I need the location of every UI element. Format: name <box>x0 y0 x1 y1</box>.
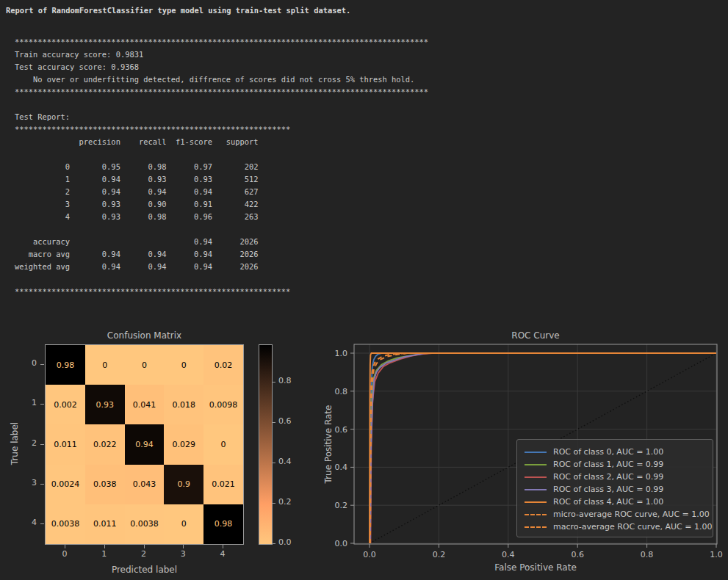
confusion-matrix-heatmap: 0.980000.020.0020.930.0410.0180.00980.01… <box>45 344 244 545</box>
roc-title: ROC Curve <box>354 330 717 341</box>
legend-entry: macro-average ROC curve, AUC = 1.00 <box>525 521 713 533</box>
y-tick-label: 0.8 <box>335 387 348 396</box>
confusion-matrix-cell: 0.041 <box>125 385 165 424</box>
cm-col-tick-mark <box>183 545 184 548</box>
legend-entry-label: macro-average ROC curve, AUC = 1.00 <box>553 522 712 532</box>
confusion-matrix-cell: 0 <box>85 345 125 385</box>
cm-row-tick-mark <box>40 523 44 524</box>
legend-entry: ROC of class 2, AUC = 0.99 <box>525 471 713 483</box>
colorbar-tick-label: 0.0 <box>278 537 292 547</box>
x-tick-label: 0.2 <box>433 550 446 559</box>
confusion-matrix-cell: 0.0024 <box>46 465 85 504</box>
legend-entry-label: micro-average ROC curve, AUC = 1.00 <box>553 510 710 519</box>
cm-col-tick-mark <box>144 545 145 548</box>
cm-col-tick-label: 4 <box>214 549 231 559</box>
confusion-matrix-cell: 0 <box>203 424 243 464</box>
legend-line-sample <box>525 452 547 453</box>
cm-col-tick-mark <box>65 545 65 548</box>
confusion-matrix-cell: 0.0038 <box>46 504 85 544</box>
confusion-matrix-cell: 0.018 <box>164 385 203 424</box>
colorbar-tick-label: 0.2 <box>278 497 292 507</box>
confusion-matrix-cell: 0.011 <box>46 424 85 464</box>
cm-col-tick-label: 0 <box>56 549 73 559</box>
y-tick-label: 0.2 <box>335 501 348 510</box>
roc-ylabel: True Positive Rate <box>323 393 334 496</box>
y-tick-label: 0.4 <box>335 463 348 472</box>
confusion-matrix-cell: 0.98 <box>203 504 243 544</box>
confusion-matrix-cell: 0.02 <box>203 345 243 385</box>
roc-curve-figure: ROC Curve 0.00.20.40.60.81.00.00.20.40.6… <box>316 323 728 580</box>
confusion-matrix-cell: 0.043 <box>125 465 165 504</box>
roc-xlabel: False Positive Rate <box>354 562 717 573</box>
cm-col-tick-mark <box>223 545 223 548</box>
legend-entry-label: ROC of class 1, AUC = 0.99 <box>553 460 663 469</box>
legend-line-sample <box>525 464 547 465</box>
confusion-matrix-cell: 0.021 <box>203 465 243 504</box>
confusion-matrix-cell: 0 <box>125 345 165 385</box>
y-tick-label: 0.0 <box>335 539 348 548</box>
colorbar <box>259 344 273 545</box>
report-header: Report of RandomForestClassifier type mo… <box>6 5 350 15</box>
report-text: ****************************************… <box>15 36 428 298</box>
x-tick-label: 0.0 <box>363 550 376 559</box>
cm-col-tick-label: 1 <box>95 549 113 559</box>
legend-line-sample <box>525 501 547 503</box>
cm-row-tick-label: 4 <box>15 518 37 527</box>
cm-col-tick-label: 3 <box>174 549 192 559</box>
confusion-matrix-cell: 0.002 <box>46 385 85 424</box>
confusion-matrix-cell: 0.038 <box>85 465 125 504</box>
legend-line-sample <box>525 489 547 490</box>
confusion-matrix-cell: 0.98 <box>46 345 85 385</box>
y-tick-label: 1.0 <box>335 349 348 358</box>
x-tick-label: 0.6 <box>571 550 584 559</box>
y-tick-label: 0.6 <box>335 425 348 435</box>
colorbar-tick-label: 0.4 <box>278 457 292 466</box>
cm-col-tick-label: 2 <box>135 549 153 559</box>
confusion-matrix-cell: 0.011 <box>85 504 125 544</box>
legend-entry: ROC of class 3, AUC = 0.99 <box>525 483 713 496</box>
confusion-matrix-cell: 0.9 <box>164 465 203 504</box>
x-tick-label: 1.0 <box>710 550 723 559</box>
legend-entry: ROC of class 4, AUC = 1.00 <box>525 496 713 508</box>
x-tick-label: 0.4 <box>502 550 515 559</box>
colorbar-tick-mark <box>273 503 275 504</box>
cm-row-tick-mark <box>40 364 44 365</box>
legend-entry-label: ROC of class 2, AUC = 0.99 <box>553 472 663 482</box>
confusion-matrix-cell: 0 <box>164 504 203 544</box>
cm-row-tick-mark <box>40 484 44 485</box>
legend-line-sample <box>525 514 547 515</box>
roc-legend: ROC of class 0, AUC = 1.00ROC of class 1… <box>516 439 713 537</box>
confusion-matrix-cell: 0.022 <box>85 424 125 464</box>
confusion-matrix-cell: 0.029 <box>164 424 203 464</box>
cm-row-tick-mark <box>40 444 44 445</box>
notebook-output: { "colors": { "background": "#232323", "… <box>0 0 728 580</box>
legend-entry-label: ROC of class 0, AUC = 1.00 <box>553 447 663 457</box>
legend-line-sample <box>525 476 547 478</box>
legend-entry: ROC of class 1, AUC = 0.99 <box>525 458 713 471</box>
colorbar-tick-mark <box>273 543 275 544</box>
confusion-matrix-xlabel: Predicted label <box>45 565 244 575</box>
legend-entry: micro-average ROC curve, AUC = 1.00 <box>525 508 713 521</box>
confusion-matrix-cell: 0 <box>164 345 203 385</box>
cm-col-tick-mark <box>104 545 105 548</box>
confusion-matrix-ylabel: True label <box>10 399 20 487</box>
legend-entry: ROC of class 0, AUC = 1.00 <box>525 446 713 458</box>
legend-entry-label: ROC of class 3, AUC = 0.99 <box>553 485 663 494</box>
legend-entry-label: ROC of class 4, AUC = 1.00 <box>553 497 663 507</box>
confusion-matrix-cell: 0.0038 <box>125 504 165 544</box>
confusion-matrix-cell: 0.0098 <box>203 385 243 424</box>
colorbar-tick-label: 0.6 <box>278 416 292 426</box>
cm-row-tick-mark <box>40 404 44 405</box>
colorbar-tick-label: 0.8 <box>278 376 292 385</box>
colorbar-tick-mark <box>273 382 275 383</box>
colorbar-tick-mark <box>273 463 275 463</box>
confusion-matrix-title: Confusion Matrix <box>45 330 244 341</box>
cm-row-tick-label: 0 <box>15 358 37 368</box>
colorbar-tick-mark <box>273 422 275 423</box>
legend-line-sample <box>525 526 547 528</box>
confusion-matrix-figure: Confusion Matrix 0.980000.020.0020.930.0… <box>0 323 316 580</box>
x-tick-label: 0.8 <box>641 550 654 559</box>
confusion-matrix-cell: 0.93 <box>85 385 125 424</box>
confusion-matrix-cell: 0.94 <box>125 424 165 464</box>
